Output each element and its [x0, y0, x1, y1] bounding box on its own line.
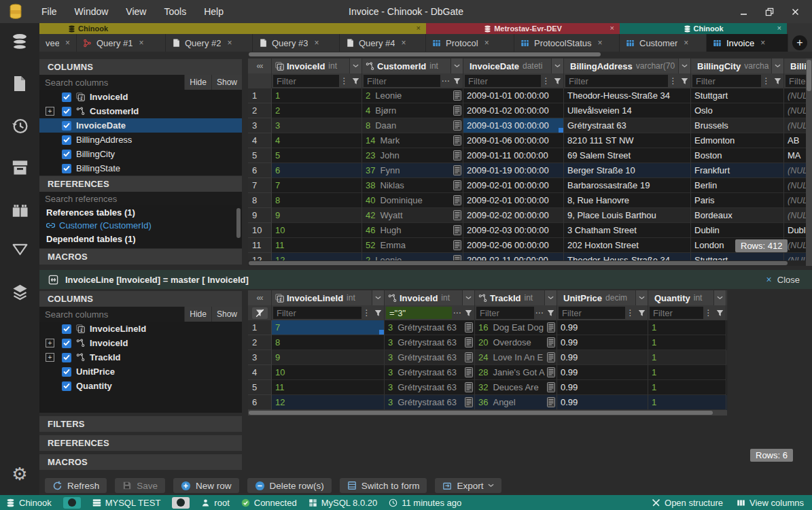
column-header-billingcity[interactable]: BillingCityvarcha: [691, 58, 784, 73]
filter-funnel-icon[interactable]: [544, 309, 557, 317]
tab-scrollbar[interactable]: [248, 52, 812, 58]
filter-funnel-icon[interactable]: [678, 78, 690, 85]
close-detail-button[interactable]: × Close: [766, 274, 800, 285]
filter-input-billingcity[interactable]: [692, 75, 761, 87]
tab-query-3[interactable]: Query #3×: [253, 34, 340, 52]
cell-invoiceid[interactable]: 3Grétrystraat 63: [385, 365, 475, 380]
references-section-header[interactable]: REFERENCES: [39, 435, 242, 451]
column-header-billingstate[interactable]: BillingStatevarchar: [784, 58, 806, 73]
close-tab-icon[interactable]: ×: [314, 38, 319, 48]
cell-invoiceid[interactable]: 9: [272, 208, 362, 223]
hide-button[interactable]: Hide: [184, 75, 211, 90]
cell-unitprice[interactable]: 0.99: [557, 335, 648, 350]
cell-billingcity[interactable]: Brussels: [691, 118, 784, 133]
save-button[interactable]: Save: [115, 478, 165, 493]
cell-unitprice[interactable]: 0.99: [557, 395, 648, 410]
checkbox[interactable]: [62, 150, 71, 159]
column-header-invoiceid[interactable]: InvoiceIdint: [385, 290, 475, 305]
column-item-invoiceid[interactable]: 1InvoiceId: [39, 90, 242, 104]
references-section-header[interactable]: REFERENCES: [39, 175, 242, 192]
column-header-invoiceid[interactable]: 1InvoiceIdint: [272, 58, 362, 73]
document-detail-icon[interactable]: [453, 165, 461, 177]
delete-row-s--button[interactable]: Delete row(s): [247, 478, 332, 493]
cell-quantity[interactable]: 1: [648, 380, 726, 395]
new-tab-button[interactable]: +: [791, 34, 809, 52]
cell-invoicelineid[interactable]: 12: [272, 395, 385, 410]
search-columns-input[interactable]: [39, 307, 184, 322]
close-tab-icon[interactable]: ×: [139, 38, 143, 48]
column-item-billingcity[interactable]: BillingCity: [39, 147, 242, 161]
menu-window[interactable]: Window: [66, 0, 118, 23]
close-tab-icon[interactable]: ×: [484, 38, 489, 48]
row-number-cell[interactable]: 8: [248, 193, 272, 208]
column-menu-button[interactable]: [635, 290, 648, 305]
filter-menu-icon[interactable]: ⋯: [452, 308, 462, 318]
filter-funnel-icon[interactable]: [462, 309, 474, 317]
document-detail-icon[interactable]: [547, 397, 555, 409]
checkbox[interactable]: [62, 381, 71, 391]
cell-billingaddress[interactable]: Theodor-Heuss-Straße 34: [564, 88, 691, 103]
cell-invoiceid[interactable]: 3Grétrystraat 63: [385, 350, 475, 365]
row-number-cell[interactable]: 6: [248, 395, 272, 410]
document-detail-icon[interactable]: [453, 180, 461, 192]
show-button[interactable]: Show: [211, 307, 242, 322]
menu-tools[interactable]: Tools: [155, 0, 195, 23]
macros-section-header[interactable]: MACROS: [39, 248, 242, 265]
cell-invoiceid[interactable]: 3Grétrystraat 63: [385, 320, 475, 335]
cell-customerid[interactable]: 14Mark: [362, 133, 463, 148]
connection-group-3[interactable]: Chinook×: [620, 23, 787, 34]
filters-section-header[interactable]: FILTERS: [39, 415, 242, 432]
cell-billingaddress[interactable]: 8210 111 ST NW: [564, 133, 691, 148]
cell-billingaddress[interactable]: Berger Straße 10: [564, 163, 691, 178]
tab-protocol[interactable]: Protocol×: [426, 34, 514, 52]
cell-invoicedate[interactable]: 2009-01-03 00:00:00: [463, 118, 564, 133]
cell-invoiceid[interactable]: 12: [272, 253, 362, 260]
checkbox[interactable]: [62, 367, 71, 377]
cell-trackid[interactable]: 32Deuces Are: [475, 380, 557, 395]
filter-menu-icon[interactable]: ⋮: [339, 76, 349, 86]
close-connection-group-icon[interactable]: ×: [417, 24, 421, 32]
expand-icon[interactable]: +: [46, 353, 54, 362]
new-row-button[interactable]: New row: [173, 478, 239, 493]
cell-quantity[interactable]: 1: [648, 365, 726, 380]
row-number-cell[interactable]: 3: [248, 118, 272, 133]
cell-trackid[interactable]: 20Overdose: [475, 335, 557, 350]
cell-trackid[interactable]: 36Angel: [475, 395, 557, 410]
cell-billingcity[interactable]: Edmonton: [691, 133, 784, 148]
database-icon[interactable]: [0, 33, 39, 52]
cell-billingstate[interactable]: (NULL): [784, 193, 806, 208]
row-number-cell[interactable]: 4: [248, 365, 272, 380]
macros-section-header[interactable]: MACROS: [39, 454, 242, 470]
document-detail-icon[interactable]: [465, 397, 473, 409]
document-detail-icon[interactable]: [465, 382, 473, 394]
columns-section-header[interactable]: COLUMNS: [39, 58, 242, 75]
filter-input-unitprice[interactable]: [559, 307, 625, 319]
expand-icon[interactable]: +: [46, 339, 54, 347]
cell-invoiceid[interactable]: 3Grétrystraat 63: [385, 395, 475, 410]
cell-quantity[interactable]: 1: [648, 320, 726, 335]
filter-menu-icon[interactable]: ⋯: [534, 308, 544, 318]
file-icon[interactable]: [0, 75, 39, 92]
cell-customerid[interactable]: 40Dominique: [362, 193, 463, 208]
cell-invoiceid[interactable]: 8: [272, 193, 362, 208]
cell-billingstate[interactable]: (NULL): [784, 103, 806, 118]
menu-view[interactable]: View: [117, 0, 155, 23]
cell-billingcity[interactable]: Dublin: [691, 223, 784, 238]
column-menu-button[interactable]: [462, 290, 474, 305]
status-chinook[interactable]: Chinook: [6, 498, 52, 508]
restore-button[interactable]: [759, 3, 779, 20]
filter-input-invoicedate[interactable]: [465, 75, 541, 87]
search-references-input[interactable]: [39, 192, 242, 205]
archive-icon[interactable]: [0, 159, 39, 176]
cell-trackid[interactable]: 28Janie's Got A: [475, 365, 557, 380]
connection-group-1[interactable]: Chinook×: [39, 23, 426, 34]
master-grid-vscrollbar[interactable]: [806, 58, 812, 266]
filter-input-invoicelineid[interactable]: [273, 307, 361, 319]
document-detail-icon[interactable]: [465, 367, 473, 379]
row-number-cell[interactable]: 9: [248, 208, 272, 223]
document-detail-icon[interactable]: [453, 120, 461, 133]
cell-billingstate[interactable]: (NULL): [784, 178, 806, 193]
connection-group-2[interactable]: Metrostav-Evr-DEV×: [426, 23, 620, 34]
close-connection-group-icon[interactable]: ×: [777, 24, 781, 32]
cell-billingaddress[interactable]: Barbarossastraße 19: [564, 178, 691, 193]
